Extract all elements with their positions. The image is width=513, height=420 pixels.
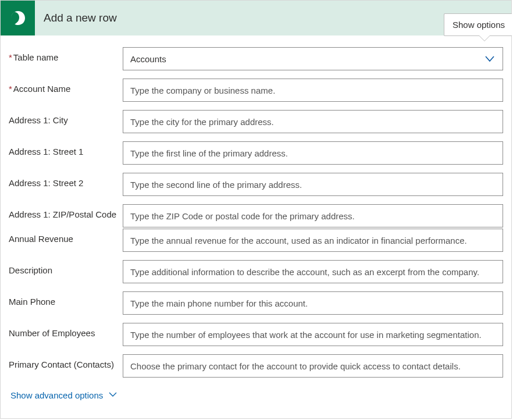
form-body: *Table name Accounts *Account Name Addre… <box>1 35 511 406</box>
address-city-input[interactable] <box>123 110 503 133</box>
address-zip-input[interactable] <box>123 204 503 227</box>
row-account-name: *Account Name <box>9 79 503 102</box>
label-description: Description <box>9 260 123 276</box>
panel-title: Add a new row <box>44 12 117 24</box>
table-name-value: Accounts <box>130 54 166 64</box>
account-name-input[interactable] <box>123 79 503 102</box>
label-address-city: Address 1: City <box>9 110 123 126</box>
row-annual-revenue: Annual Revenue <box>9 229 503 252</box>
row-num-employees: Number of Employees <box>9 323 503 346</box>
row-description: Description <box>9 260 503 283</box>
table-name-select[interactable]: Accounts <box>123 47 503 70</box>
required-indicator: * <box>9 84 12 94</box>
row-table-name: *Table name Accounts <box>9 47 503 70</box>
label-address-street2: Address 1: Street 2 <box>9 173 123 189</box>
dataverse-icon <box>8 8 28 28</box>
description-input[interactable] <box>123 260 503 283</box>
label-table-name: *Table name <box>9 47 123 63</box>
main-phone-input[interactable] <box>123 291 503 315</box>
chevron-down-icon <box>484 53 496 65</box>
annual-revenue-input[interactable] <box>123 229 503 252</box>
address-street1-input[interactable] <box>123 141 503 165</box>
primary-contact-input[interactable] <box>123 354 503 378</box>
label-address-zip: Address 1: ZIP/Postal Code <box>9 204 123 220</box>
row-address-street2: Address 1: Street 2 <box>9 173 503 196</box>
row-main-phone: Main Phone <box>9 291 503 315</box>
required-indicator: * <box>9 52 12 62</box>
label-annual-revenue: Annual Revenue <box>9 229 123 245</box>
address-street2-input[interactable] <box>123 173 503 196</box>
label-account-name: *Account Name <box>9 79 123 95</box>
label-num-employees: Number of Employees <box>9 323 123 339</box>
show-advanced-options-link[interactable]: Show advanced options <box>10 390 117 400</box>
panel-header: Add a new row Show options <box>1 1 511 35</box>
row-address-zip: Address 1: ZIP/Postal Code <box>9 204 503 227</box>
label-address-street1: Address 1: Street 1 <box>9 141 123 158</box>
form-panel: Add a new row Show options *Table name A… <box>0 0 512 419</box>
connector-logo <box>1 1 35 35</box>
num-employees-input[interactable] <box>123 323 503 346</box>
row-address-city: Address 1: City <box>9 110 503 133</box>
show-options-button[interactable]: Show options <box>444 13 512 36</box>
row-address-street1: Address 1: Street 1 <box>9 141 503 165</box>
row-primary-contact: Primary Contact (Contacts) <box>9 354 503 378</box>
label-primary-contact: Primary Contact (Contacts) <box>9 354 123 371</box>
advanced-options-label: Show advanced options <box>10 390 103 400</box>
label-main-phone: Main Phone <box>9 291 123 308</box>
chevron-down-icon <box>109 390 117 400</box>
